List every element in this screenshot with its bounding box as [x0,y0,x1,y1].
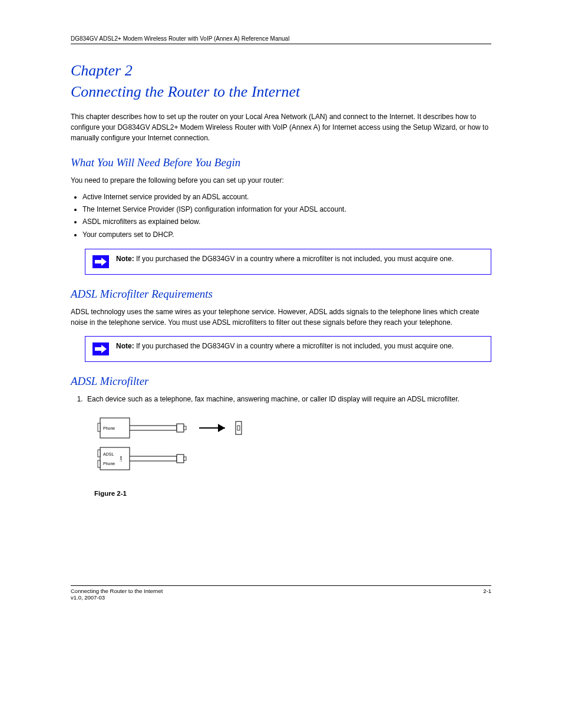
footer-page-number: 2-1 [483,588,491,601]
note-label: Note: [116,342,134,350]
svg-rect-3 [184,426,186,430]
chapter-label: Chapter 2 [71,62,491,80]
steps-list: Each device such as a telephone, fax mac… [71,394,491,405]
list-item: ASDL microfilters as explained below. [82,216,491,228]
header-bar: DG834GV ADSL2+ Modem Wireless Router wit… [71,35,491,44]
filter-label-phone: Phone [103,426,115,430]
section-before-begin-title: What You Will Need Before You Begin [71,156,491,169]
svg-rect-10 [177,454,184,463]
note-text: Note: If you purchased the DG834GV in a … [116,341,454,351]
figure-caption: Figure 2-1 [94,490,491,497]
section-microfilter-req-text: ADSL technology uses the same wires as y… [71,307,491,328]
section-microfilter-title: ADSL Microfilter [71,375,491,388]
arrow-right-icon [92,342,109,355]
page: DG834GV ADSL2+ Modem Wireless Router wit… [0,0,562,636]
note-box: Note: If you purchased the DG834GV in a … [85,249,491,275]
filter-label-line: Line [119,456,123,462]
arrow-right-icon [92,255,109,268]
note-label: Note: [116,255,134,263]
list-item: Each device such as a telephone, fax mac… [85,394,491,405]
list-item: The Internet Service Provider (ISP) conf… [82,204,491,215]
svg-rect-7 [100,447,130,470]
list-item: Active Internet service provided by an A… [82,192,491,203]
footer-left: Connecting the Router to the Internet [71,588,163,594]
manual-title: DG834GV ADSL2+ Modem Wireless Router wit… [71,35,289,42]
section-before-begin-text: You need to prepare the following before… [71,175,491,186]
chapter-title: Connecting the Router to the Internet [71,83,491,101]
svg-rect-11 [184,457,186,460]
intro-paragraph: This chapter describes how to set up the… [71,111,491,143]
figure-microfilter: Phone ADSL Phone Line [94,414,491,485]
section-microfilter-req-title: ADSL Microfilter Requirements [71,288,491,301]
svg-rect-9 [98,460,100,467]
note-body: If you purchased the DG834GV in a countr… [136,342,454,350]
footer-version: v1.0, 2007-03 [71,594,163,601]
svg-rect-8 [98,450,100,457]
note-box: Note: If you purchased the DG834GV in a … [85,336,491,362]
note-text: Note: If you purchased the DG834GV in a … [116,254,454,264]
filter-label-adsl: ADSL [103,452,114,456]
note-body: If you purchased the DG834GV in a countr… [136,255,454,263]
page-footer: Connecting the Router to the Internet v1… [71,585,491,601]
svg-rect-2 [177,424,184,432]
requirements-list: Active Internet service provided by an A… [82,192,491,241]
list-item: Your computers set to DHCP. [82,229,491,241]
svg-rect-1 [98,423,100,431]
svg-rect-6 [237,426,240,430]
filter-label-phone2: Phone [103,462,115,466]
